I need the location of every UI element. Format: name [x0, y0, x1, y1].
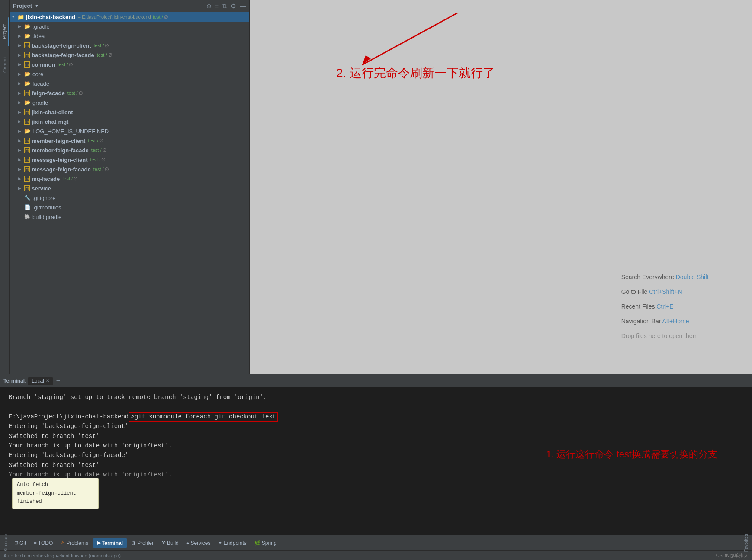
project-panel-title: Project	[13, 3, 32, 9]
todo-icon: ≡	[34, 541, 36, 546]
tree-item[interactable]: ▶ m mq-facade test / ∅	[10, 174, 249, 183]
tree-root-arrow: ▼	[11, 15, 17, 19]
tree-item-tag-gray: ∅	[105, 43, 109, 48]
problems-icon: ⚠	[61, 540, 65, 546]
tree-item[interactable]: ▶ m message-feign-client test / ∅	[10, 155, 249, 164]
tree-item-tag-gray: ∅	[69, 62, 73, 68]
tree-root-item[interactable]: ▼ 📁 jixin-chat-backend – E:\javaProject\…	[10, 12, 249, 22]
tree-item[interactable]: ▶ m jixin-chat-mgt	[10, 117, 249, 126]
tab-todo[interactable]: ≡ TODO	[30, 538, 56, 548]
profiler-icon: ◑	[132, 540, 136, 546]
tree-item[interactable]: 🐘 build.gradle	[10, 212, 249, 222]
tab-terminal-label: Terminal	[102, 540, 123, 546]
tab-profiler[interactable]: ◑ Profiler	[128, 538, 157, 548]
sidebar-item-project[interactable]: Project	[0, 17, 9, 46]
structure-label[interactable]: Structure	[3, 534, 8, 552]
terminal-add-tab-icon[interactable]: +	[55, 377, 62, 385]
panel-icon-sort[interactable]: ≡	[215, 3, 219, 10]
shortcut-drop-files: Drop files here to open them	[621, 332, 709, 339]
tree-item[interactable]: ▶ m service	[10, 183, 249, 193]
folder-icon: 📁	[17, 14, 24, 20]
tree-item-label: mq-facade	[32, 176, 60, 182]
panel-icon-settings[interactable]: ⚙	[231, 3, 236, 10]
tab-git[interactable]: ⊞ Git	[11, 538, 29, 548]
tab-build[interactable]: ⚒ Build	[158, 538, 182, 548]
terminal-tab-name: Local	[32, 378, 44, 384]
shortcut-key: Ctrl+E	[656, 303, 673, 310]
git-icon: ⊞	[14, 540, 18, 546]
folder-icon: 📂	[24, 23, 31, 29]
tree-root-label: jixin-chat-backend	[26, 14, 75, 20]
module-icon: m	[24, 138, 30, 144]
terminal-tab-close-icon[interactable]: ✕	[46, 378, 49, 383]
tree-item-arrow: ▶	[18, 43, 24, 48]
tree-item[interactable]: 🔧 .gitignore	[10, 193, 249, 203]
tree-item-label: .gradle	[32, 23, 50, 30]
tree-item-arrow: ▶	[18, 119, 24, 124]
tab-endpoints[interactable]: ✦ Endpoints	[215, 538, 250, 548]
tree-item-tag-green: test /	[62, 176, 73, 181]
tree-item-tag-green: test /	[97, 52, 107, 58]
sidebar-item-commit[interactable]: Commit	[1, 49, 9, 80]
tree-item[interactable]: ▶ 📂 gradle	[10, 98, 249, 107]
shortcut-text: Recent Files	[621, 303, 657, 310]
module-icon: m	[24, 52, 30, 58]
panel-icon-expand[interactable]: ⇅	[222, 3, 227, 10]
tree-root-path: – E:\javaProject\jixin-chat-backend	[78, 14, 151, 19]
tree-item[interactable]: ▶ 📂 .idea	[10, 31, 249, 41]
panel-icon-close[interactable]: —	[240, 3, 246, 10]
dropdown-icon[interactable]: ▼	[35, 3, 39, 8]
file-icon: 📄	[24, 204, 31, 210]
tab-spring[interactable]: 🌿 Spring	[251, 538, 280, 548]
tree-item-arrow: ▶	[18, 186, 24, 190]
folder-icon: 📂	[24, 100, 31, 106]
favorites-label[interactable]: Favorites	[744, 534, 749, 552]
panel-icon-locate[interactable]: ⊕	[206, 3, 212, 10]
tree-item[interactable]: ▶ m member-feign-client test / ∅	[10, 136, 249, 145]
tree-item-arrow: ▶	[18, 72, 24, 76]
module-icon: m	[24, 119, 30, 125]
tab-services[interactable]: ● Services	[183, 538, 214, 548]
tree-item[interactable]: ▶ m member-feign-facade test / ∅	[10, 145, 249, 155]
file-icon: 🔧	[24, 195, 31, 201]
tree-item-arrow: ▶	[18, 62, 24, 67]
tree-item[interactable]: ▶ m message-feign-facade test / ∅	[10, 164, 249, 174]
terminal-tab-bar: Terminal: Local ✕ +	[0, 374, 752, 387]
terminal-line-switched2: Switched to branch 'test'	[9, 460, 743, 470]
tree-item[interactable]: ▶ m backstage-feign-facade test / ∅	[10, 50, 249, 60]
tree-item-tag-gray: ∅	[103, 148, 107, 153]
tree-item-tag-green: test /	[88, 138, 98, 143]
tree-item[interactable]: ▶ m feign-facade test / ∅	[10, 88, 249, 98]
tree-item-tag-gray: ∅	[74, 176, 78, 182]
tree-item[interactable]: ▶ 📂 core	[10, 69, 249, 79]
tree-item[interactable]: ▶ 📂 LOG_HOME_IS_UNDEFINED	[10, 126, 249, 136]
tree-item-tag-gray: ∅	[79, 90, 83, 96]
module-icon: m	[24, 42, 30, 48]
csdn-watermark: CSDN@单推人	[716, 552, 749, 559]
tab-services-label: Services	[190, 540, 210, 546]
tree-item[interactable]: ▶ m common test / ∅	[10, 60, 249, 69]
tree-item-arrow: ▶	[18, 100, 24, 105]
terminal-content[interactable]: Branch 'staging' set up to track remote …	[0, 387, 752, 535]
tree-item[interactable]: ▶ 📂 .gradle	[10, 22, 249, 31]
tree-item-arrow: ▶	[18, 177, 24, 181]
bottom-section: Terminal: Local ✕ + Branch 'staging' set…	[0, 374, 752, 560]
info-bar: Auto fetch: member-feign-client finished…	[0, 550, 752, 560]
tree-item-label: jixin-chat-client	[32, 109, 73, 116]
tree-item-arrow: ▶	[18, 34, 24, 38]
tree-item-label: core	[32, 71, 43, 77]
tab-terminal[interactable]: ▶ Terminal	[93, 538, 127, 548]
tab-todo-label: TODO	[38, 540, 53, 546]
tree-item[interactable]: ▶ m backstage-feign-client test / ∅	[10, 41, 249, 50]
tree-root-tag: test /	[153, 14, 163, 19]
tree-item[interactable]: ▶ 📂 facade	[10, 79, 249, 88]
terminal-tab-local[interactable]: Local ✕	[28, 377, 53, 385]
tree-item[interactable]: 📄 .gitmodules	[10, 203, 249, 212]
tab-build-label: Build	[167, 540, 179, 546]
tree-item[interactable]: ▶ m jixin-chat-client	[10, 107, 249, 117]
tree-item-arrow: ▶	[18, 110, 24, 114]
annotation-2: 2. 运行完命令刷新一下就行了	[336, 65, 495, 81]
tree-item-arrow: ▶	[18, 129, 24, 133]
shortcut-text: Go to File	[621, 288, 649, 295]
tab-problems[interactable]: ⚠ Problems	[57, 538, 92, 548]
